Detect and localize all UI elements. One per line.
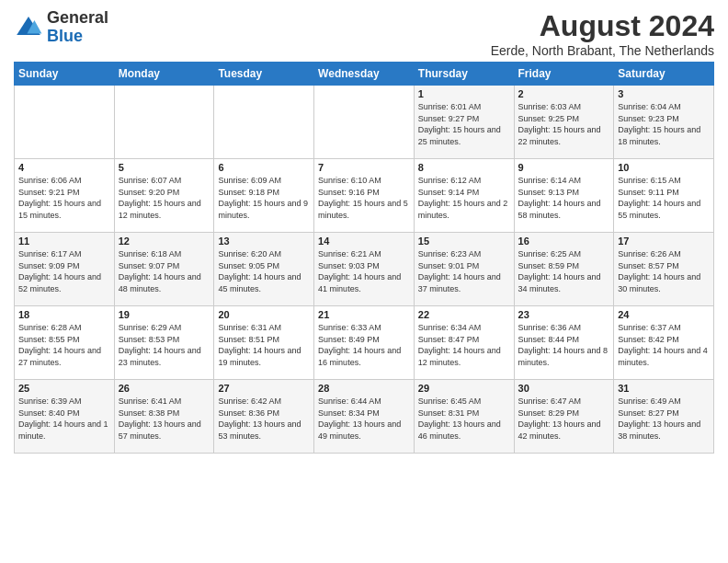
day-info: Sunrise: 6:45 AMSunset: 8:31 PMDaylight:…	[418, 396, 510, 442]
day-cell: 21Sunrise: 6:33 AMSunset: 8:49 PMDayligh…	[314, 306, 415, 380]
day-info: Sunrise: 6:42 AMSunset: 8:36 PMDaylight:…	[218, 396, 310, 442]
day-cell: 19Sunrise: 6:29 AMSunset: 8:53 PMDayligh…	[114, 306, 214, 380]
day-info: Sunrise: 6:20 AMSunset: 9:05 PMDaylight:…	[218, 248, 310, 294]
day-info: Sunrise: 6:18 AMSunset: 9:07 PMDaylight:…	[119, 248, 210, 294]
day-number: 1	[418, 88, 510, 99]
day-number: 9	[518, 162, 610, 173]
day-header: Wednesday	[314, 63, 415, 86]
day-cell: 30Sunrise: 6:47 AMSunset: 8:29 PMDayligh…	[514, 380, 614, 454]
logo-icon	[14, 13, 43, 42]
day-header: Monday	[114, 63, 214, 86]
day-cell: 9Sunrise: 6:14 AMSunset: 9:13 PMDaylight…	[514, 159, 614, 233]
day-header: Saturday	[614, 63, 714, 86]
title-block: August 2024 Eerde, North Brabant, The Ne…	[491, 9, 714, 58]
day-number: 16	[518, 236, 610, 247]
day-cell: 31Sunrise: 6:49 AMSunset: 8:27 PMDayligh…	[614, 380, 714, 454]
week-row: 4Sunrise: 6:06 AMSunset: 9:21 PMDaylight…	[15, 159, 714, 233]
day-cell: 29Sunrise: 6:45 AMSunset: 8:31 PMDayligh…	[414, 380, 514, 454]
day-cell	[114, 86, 214, 159]
day-cell	[15, 86, 115, 159]
day-number: 14	[318, 236, 410, 247]
day-number: 25	[18, 383, 110, 394]
day-number: 12	[119, 236, 210, 247]
day-info: Sunrise: 6:36 AMSunset: 8:44 PMDaylight:…	[518, 322, 610, 368]
day-info: Sunrise: 6:39 AMSunset: 8:40 PMDaylight:…	[18, 396, 110, 442]
day-info: Sunrise: 6:01 AMSunset: 9:27 PMDaylight:…	[418, 101, 510, 147]
day-info: Sunrise: 6:17 AMSunset: 9:09 PMDaylight:…	[18, 248, 110, 294]
day-info: Sunrise: 6:10 AMSunset: 9:16 PMDaylight:…	[318, 175, 410, 221]
day-number: 27	[218, 383, 310, 394]
day-cell	[214, 86, 314, 159]
week-row: 18Sunrise: 6:28 AMSunset: 8:55 PMDayligh…	[15, 306, 714, 380]
day-cell: 13Sunrise: 6:20 AMSunset: 9:05 PMDayligh…	[214, 233, 314, 306]
day-cell: 2Sunrise: 6:03 AMSunset: 9:25 PMDaylight…	[514, 86, 614, 159]
day-cell: 16Sunrise: 6:25 AMSunset: 8:59 PMDayligh…	[514, 233, 614, 306]
day-number: 17	[618, 236, 710, 247]
day-cell: 18Sunrise: 6:28 AMSunset: 8:55 PMDayligh…	[15, 306, 115, 380]
day-info: Sunrise: 6:26 AMSunset: 8:57 PMDaylight:…	[618, 248, 710, 294]
day-number: 18	[18, 309, 110, 320]
day-info: Sunrise: 6:21 AMSunset: 9:03 PMDaylight:…	[318, 248, 410, 294]
day-info: Sunrise: 6:41 AMSunset: 8:38 PMDaylight:…	[119, 396, 210, 442]
day-number: 29	[418, 383, 510, 394]
day-number: 3	[618, 88, 710, 99]
day-info: Sunrise: 6:14 AMSunset: 9:13 PMDaylight:…	[518, 175, 610, 221]
day-header: Tuesday	[214, 63, 314, 86]
day-number: 22	[418, 309, 510, 320]
day-info: Sunrise: 6:29 AMSunset: 8:53 PMDaylight:…	[119, 322, 210, 368]
day-number: 8	[418, 162, 510, 173]
day-info: Sunrise: 6:06 AMSunset: 9:21 PMDaylight:…	[18, 175, 110, 221]
day-info: Sunrise: 6:33 AMSunset: 8:49 PMDaylight:…	[318, 322, 410, 368]
day-cell: 5Sunrise: 6:07 AMSunset: 9:20 PMDaylight…	[114, 159, 214, 233]
day-cell: 15Sunrise: 6:23 AMSunset: 9:01 PMDayligh…	[414, 233, 514, 306]
day-cell: 28Sunrise: 6:44 AMSunset: 8:34 PMDayligh…	[314, 380, 415, 454]
day-info: Sunrise: 6:15 AMSunset: 9:11 PMDaylight:…	[618, 175, 710, 221]
day-number: 4	[18, 162, 110, 173]
day-header: Friday	[514, 63, 614, 86]
day-number: 11	[18, 236, 110, 247]
day-number: 7	[318, 162, 410, 173]
day-info: Sunrise: 6:07 AMSunset: 9:20 PMDaylight:…	[119, 175, 210, 221]
day-info: Sunrise: 6:37 AMSunset: 8:42 PMDaylight:…	[618, 322, 710, 368]
day-number: 15	[418, 236, 510, 247]
logo-text: General Blue	[47, 9, 108, 46]
day-header: Thursday	[414, 63, 514, 86]
day-cell: 1Sunrise: 6:01 AMSunset: 9:27 PMDaylight…	[414, 86, 514, 159]
day-number: 20	[218, 309, 310, 320]
day-cell: 27Sunrise: 6:42 AMSunset: 8:36 PMDayligh…	[214, 380, 314, 454]
day-info: Sunrise: 6:12 AMSunset: 9:14 PMDaylight:…	[418, 175, 510, 221]
day-info: Sunrise: 6:44 AMSunset: 8:34 PMDaylight:…	[318, 396, 410, 442]
day-info: Sunrise: 6:49 AMSunset: 8:27 PMDaylight:…	[618, 396, 710, 442]
week-row: 25Sunrise: 6:39 AMSunset: 8:40 PMDayligh…	[15, 380, 714, 454]
day-cell: 20Sunrise: 6:31 AMSunset: 8:51 PMDayligh…	[214, 306, 314, 380]
day-cell: 3Sunrise: 6:04 AMSunset: 9:23 PMDaylight…	[614, 86, 714, 159]
header: General Blue August 2024 Eerde, North Br…	[14, 9, 714, 58]
location: Eerde, North Brabant, The Netherlands	[491, 43, 714, 58]
logo: General Blue	[14, 9, 108, 46]
day-cell: 23Sunrise: 6:36 AMSunset: 8:44 PMDayligh…	[514, 306, 614, 380]
week-row: 11Sunrise: 6:17 AMSunset: 9:09 PMDayligh…	[15, 233, 714, 306]
day-info: Sunrise: 6:25 AMSunset: 8:59 PMDaylight:…	[518, 248, 610, 294]
calendar-container: General Blue August 2024 Eerde, North Br…	[0, 0, 728, 461]
day-number: 6	[218, 162, 310, 173]
day-info: Sunrise: 6:04 AMSunset: 9:23 PMDaylight:…	[618, 101, 710, 147]
day-info: Sunrise: 6:34 AMSunset: 8:47 PMDaylight:…	[418, 322, 510, 368]
day-number: 5	[119, 162, 210, 173]
day-cell	[314, 86, 415, 159]
day-cell: 25Sunrise: 6:39 AMSunset: 8:40 PMDayligh…	[15, 380, 115, 454]
day-cell: 22Sunrise: 6:34 AMSunset: 8:47 PMDayligh…	[414, 306, 514, 380]
day-info: Sunrise: 6:03 AMSunset: 9:25 PMDaylight:…	[518, 101, 610, 147]
month-year: August 2024	[491, 9, 714, 43]
day-number: 10	[618, 162, 710, 173]
day-number: 13	[218, 236, 310, 247]
calendar-table: SundayMondayTuesdayWednesdayThursdayFrid…	[14, 62, 714, 454]
day-cell: 10Sunrise: 6:15 AMSunset: 9:11 PMDayligh…	[614, 159, 714, 233]
day-number: 30	[518, 383, 610, 394]
day-number: 31	[618, 383, 710, 394]
day-cell: 24Sunrise: 6:37 AMSunset: 8:42 PMDayligh…	[614, 306, 714, 380]
day-info: Sunrise: 6:31 AMSunset: 8:51 PMDaylight:…	[218, 322, 310, 368]
header-row: SundayMondayTuesdayWednesdayThursdayFrid…	[15, 63, 714, 86]
day-cell: 4Sunrise: 6:06 AMSunset: 9:21 PMDaylight…	[15, 159, 115, 233]
day-cell: 12Sunrise: 6:18 AMSunset: 9:07 PMDayligh…	[114, 233, 214, 306]
day-number: 23	[518, 309, 610, 320]
